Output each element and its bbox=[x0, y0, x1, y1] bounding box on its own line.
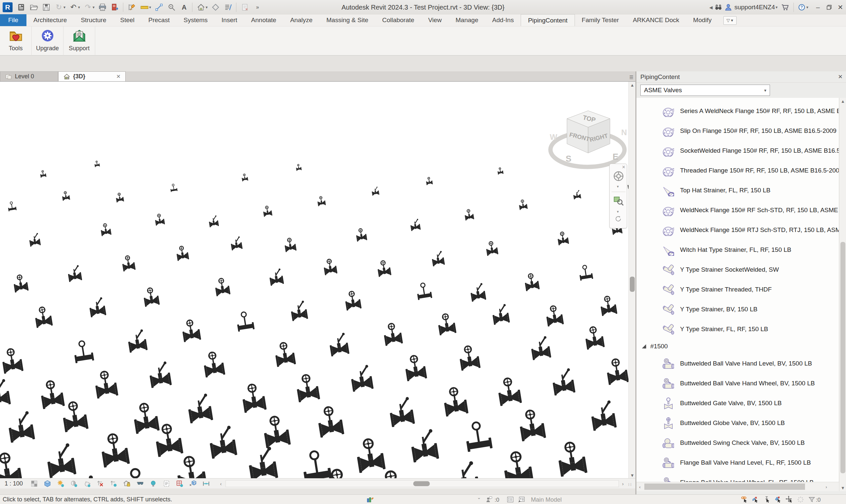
save-icon[interactable] bbox=[40, 2, 52, 13]
steering-wheel-caret-icon[interactable]: ▾ bbox=[617, 184, 619, 189]
viewcube[interactable]: S E W N TOP FRONT RIGHT bbox=[547, 104, 632, 173]
view-tab-level-0[interactable]: Level 0 bbox=[0, 71, 58, 81]
sun-path-icon[interactable] bbox=[54, 479, 67, 488]
close-button[interactable]: ✕ bbox=[835, 2, 846, 13]
signed-in-user[interactable]: support4ENZ4 bbox=[734, 4, 775, 11]
background-processes-icon[interactable] bbox=[797, 496, 804, 503]
help-icon[interactable]: ? bbox=[798, 3, 806, 11]
3d-model-canvas[interactable] bbox=[0, 82, 635, 478]
view-tab--3d-[interactable]: {3D}✕ bbox=[58, 71, 126, 81]
ribbon-display-toggle-icon[interactable]: ▽ ▾ bbox=[723, 16, 737, 25]
scroll-down-icon[interactable]: ▼ bbox=[840, 485, 846, 491]
ribbon-tab-add-ins[interactable]: Add-Ins bbox=[485, 14, 521, 26]
ribbon-tab-view[interactable]: View bbox=[421, 14, 449, 26]
measure-icon[interactable] bbox=[139, 2, 150, 13]
view-tab-list-icon[interactable]: ☰ bbox=[629, 75, 633, 80]
family-list-item[interactable]: Slip On Flange 150# RF, RF, 150 LB, ASME… bbox=[636, 121, 839, 141]
redo-icon[interactable]: ↷ bbox=[82, 2, 94, 13]
worksets-dialog-icon[interactable] bbox=[506, 496, 514, 503]
user-menu-caret-icon[interactable]: ▾ bbox=[776, 5, 779, 10]
family-list-item[interactable]: Threaded Flange 150# RF, RF, 150 LB, ASM… bbox=[636, 161, 839, 180]
ribbon-tab-steel[interactable]: Steel bbox=[113, 14, 141, 26]
category-select[interactable]: ASME Valves ▾ bbox=[641, 85, 770, 96]
worksets-caret-icon[interactable]: ⌄ bbox=[477, 495, 481, 500]
ribbon-tab-analyze[interactable]: Analyze bbox=[283, 14, 320, 26]
schedule-icon[interactable] bbox=[222, 2, 234, 13]
undo-caret-icon[interactable]: ▾ bbox=[78, 5, 81, 10]
family-list-item[interactable]: Buttwelded Gate Valve, BV, 1500 LB bbox=[636, 393, 839, 413]
scroll-right-icon[interactable]: › bbox=[823, 483, 830, 490]
revit-logo[interactable]: R bbox=[3, 2, 13, 12]
open-file-icon[interactable] bbox=[28, 2, 40, 13]
scrollbar-thumb[interactable] bbox=[840, 242, 845, 473]
family-list-item[interactable]: Buttwelded Swing Check Valve, BV, 1500 L… bbox=[636, 433, 839, 453]
restore-button[interactable] bbox=[824, 2, 835, 13]
collapse-infocenter-icon[interactable]: ◀ bbox=[709, 5, 713, 10]
locked-view-icon[interactable] bbox=[120, 479, 133, 488]
panel-vertical-scrollbar[interactable]: ▲ ▼ bbox=[839, 98, 846, 491]
ribbon-tab-manage[interactable]: Manage bbox=[449, 14, 485, 26]
measure-caret-icon[interactable]: ▾ bbox=[149, 5, 152, 10]
app-store-cart-icon[interactable] bbox=[781, 3, 790, 12]
zoom-tool-icon[interactable] bbox=[612, 194, 625, 207]
compass-north-label[interactable]: N bbox=[621, 128, 627, 137]
view-scale[interactable]: 1 : 100 bbox=[0, 480, 28, 487]
editing-requests-icon[interactable] bbox=[485, 496, 493, 503]
scroll-left-icon[interactable]: ‹ bbox=[636, 483, 643, 490]
family-list-item[interactable]: Y Type Strainer, BV, 150 LB bbox=[636, 300, 839, 319]
family-list-item[interactable]: Buttwelded Globe Valve, BV, 1500 LB bbox=[636, 413, 839, 433]
family-list-item[interactable]: Y Type Strainer Threaded, THDF bbox=[636, 280, 839, 300]
ribbon-tab-annotate[interactable]: Annotate bbox=[244, 14, 283, 26]
sync-icon[interactable]: ↻ bbox=[53, 2, 65, 13]
undo-icon[interactable]: ↶ bbox=[68, 2, 79, 13]
family-list-item[interactable]: Buttwelded Ball Valve Hand Level, BV, 15… bbox=[636, 354, 839, 374]
family-list-item[interactable]: Flange Ball Valve Hand Level, FL, RF, 15… bbox=[636, 453, 839, 473]
ribbon-button-tools[interactable]: Tools bbox=[0, 26, 32, 55]
text-icon[interactable]: A bbox=[178, 2, 190, 13]
ribbon-tab-architecture[interactable]: Architecture bbox=[26, 14, 74, 26]
select-by-face-icon[interactable] bbox=[774, 496, 782, 503]
ribbon-tab-precast[interactable]: Precast bbox=[142, 14, 177, 26]
scroll-up-icon[interactable]: ▲ bbox=[840, 98, 846, 105]
active-workset-icon[interactable] bbox=[518, 496, 525, 503]
orbit-icon[interactable] bbox=[614, 215, 622, 223]
select-pinned-icon[interactable] bbox=[763, 496, 771, 503]
resize-grip[interactable]: ⁝⁝ bbox=[628, 482, 632, 487]
filter-icon[interactable] bbox=[808, 496, 815, 503]
panel-horizontal-scrollbar[interactable]: ‹ › bbox=[636, 482, 839, 491]
inactive-document-icon[interactable] bbox=[239, 2, 251, 13]
ribbon-tab-arkance-dock[interactable]: ARKANCE Dock bbox=[626, 14, 686, 26]
reveal-constraints-icon[interactable] bbox=[199, 479, 213, 488]
scroll-up-icon[interactable]: ▲ bbox=[629, 82, 635, 88]
tag-icon[interactable] bbox=[210, 2, 221, 13]
displacement-sets-icon[interactable] bbox=[186, 479, 199, 488]
scrollbar-thumb[interactable] bbox=[630, 276, 635, 292]
temporary-view-properties-icon[interactable] bbox=[160, 479, 173, 488]
family-list-item[interactable]: SocketWelded Flange 150# RF, RF, 150 LB,… bbox=[636, 141, 839, 161]
family-list-item[interactable]: Witch Hat Type Strainer, FL, RF, 150 LB bbox=[636, 240, 839, 260]
user-avatar-icon[interactable] bbox=[724, 3, 732, 11]
render-icon[interactable] bbox=[80, 479, 93, 488]
family-list-item[interactable]: Y Type Strainer SocketWelded, SW bbox=[636, 260, 839, 280]
minimize-button[interactable]: – bbox=[812, 2, 824, 13]
file-tab[interactable]: File bbox=[0, 14, 26, 26]
temporary-hide-isolate-icon[interactable] bbox=[133, 479, 146, 488]
compass-south-label[interactable]: S bbox=[566, 154, 571, 164]
crop-region-icon[interactable] bbox=[107, 479, 120, 488]
close-view-tab-icon[interactable]: ✕ bbox=[116, 73, 121, 80]
redo-caret-icon[interactable]: ▾ bbox=[93, 5, 96, 10]
ribbon-button-support[interactable]: @Support bbox=[64, 26, 95, 55]
crop-view-icon[interactable] bbox=[93, 479, 107, 488]
detail-level-icon[interactable] bbox=[28, 479, 41, 488]
family-list-item[interactable]: Top Hat Strainer, FL, RF, 150 LB bbox=[636, 180, 839, 200]
export-icon[interactable] bbox=[109, 2, 121, 13]
select-links-icon[interactable] bbox=[740, 496, 748, 503]
worksharing-icon[interactable] bbox=[366, 496, 374, 503]
family-list-item[interactable]: Series A WeldNeck Flange 150# RF, RF, 15… bbox=[636, 101, 839, 121]
ribbon-tab-systems[interactable]: Systems bbox=[177, 14, 215, 26]
scrollbar-thumb[interactable] bbox=[413, 481, 430, 486]
family-group-header[interactable]: #1500 bbox=[636, 339, 839, 354]
steering-wheel-icon[interactable] bbox=[612, 170, 625, 182]
reveal-hidden-icon[interactable] bbox=[146, 479, 160, 488]
family-list-item[interactable]: WeldNeck Flange 150# RTJ Sch-STD, RTJ, 1… bbox=[636, 220, 839, 240]
